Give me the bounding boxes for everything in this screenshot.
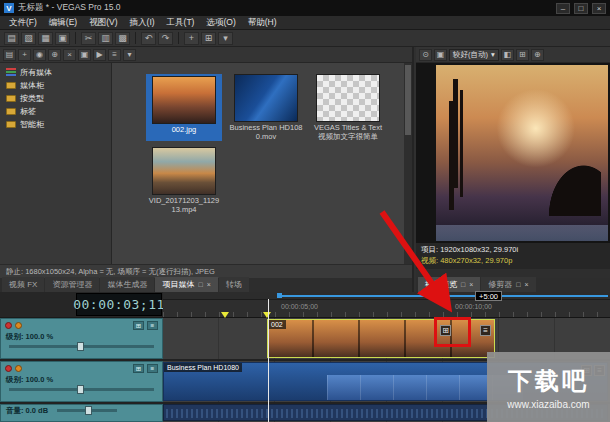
close-window-icon[interactable]: × (525, 281, 529, 288)
maximize-button[interactable]: □ (574, 3, 588, 14)
auto-preview-icon[interactable]: ▶ (93, 49, 106, 61)
loop-region-bar[interactable] (281, 295, 608, 297)
tree-item-all-media[interactable]: 所有媒体 (0, 66, 111, 79)
tree-item-label: 智能柜 (20, 119, 44, 130)
preview-quality-dropdown[interactable]: 较好(自动) ▾ (449, 49, 499, 61)
cut-icon[interactable]: ✂ (81, 32, 96, 45)
save-project-icon[interactable]: ▦ (38, 32, 53, 45)
tab-project-media[interactable]: 项目媒体 □ × (155, 277, 217, 292)
slider-handle[interactable] (77, 342, 84, 351)
snap-icon[interactable]: ⊞ (201, 32, 216, 45)
track-fx-icon[interactable]: ⊞ (133, 364, 144, 373)
media-item-label: 002.jpg (172, 126, 197, 135)
track-header-audio-1[interactable]: 音量: 0.0 dB (0, 404, 163, 422)
split-screen-icon[interactable]: ◧ (501, 49, 514, 61)
tree-item-smart-bins[interactable]: 智能柜 (0, 118, 111, 131)
timecode-display[interactable]: 00:00:03;11 (76, 293, 162, 316)
preview-display (416, 63, 610, 243)
scrollbar-thumb[interactable] (405, 65, 411, 135)
toolbar-separator (135, 32, 136, 44)
watermark-url: www.xiazaiba.com (507, 399, 589, 410)
mute-icon[interactable] (5, 365, 12, 372)
add-bin-icon[interactable]: ▤ (3, 49, 16, 61)
track-menu-icon[interactable]: ≡ (147, 364, 158, 373)
event-menu-icon[interactable]: ≡ (480, 325, 491, 336)
track-volume-label: 音量: 0.0 dB (1, 405, 48, 416)
track-header-video-2[interactable]: ⊞ ≡ 级别: 100.0 % (0, 361, 163, 402)
chevron-down-icon: ▾ (491, 50, 495, 59)
menu-edit[interactable]: 编辑(E) (43, 16, 83, 30)
redo-icon[interactable]: ↷ (158, 32, 173, 45)
import-media-icon[interactable]: + (18, 49, 31, 61)
track-level-slider[interactable] (9, 345, 154, 348)
annotation-highlight-box (434, 317, 471, 347)
folder-icon (6, 95, 16, 102)
project-format-text: 项目: 1920x1080x32, 29.970i (421, 245, 605, 256)
tab-transitions[interactable]: 转场 (219, 277, 249, 292)
tab-trimmer[interactable]: 修剪器 □ × (481, 277, 535, 292)
menu-insert[interactable]: 插入(I) (124, 16, 161, 30)
video-preview-panel: ⊙ ▣ 较好(自动) ▾ ◧ ⊞ ⊕ 项目: 1920x1080x32, 29.… (416, 47, 610, 292)
capture-video-icon[interactable]: ◉ (33, 49, 46, 61)
media-status-text: 静止: 1680x1050x24, Alpha = 无, 场顺序 = 无(逐行扫… (6, 267, 215, 277)
folder-icon (6, 121, 16, 128)
edit-cursor[interactable] (268, 299, 269, 422)
tree-silhouette (453, 79, 458, 188)
new-project-icon[interactable]: ▤ (4, 32, 19, 45)
media-properties-icon[interactable]: ▣ (78, 49, 91, 61)
track-level-slider[interactable] (9, 388, 154, 391)
media-thumbnail (316, 74, 380, 122)
get-media-icon[interactable]: ⊕ (48, 49, 61, 61)
media-scrollbar[interactable] (404, 63, 412, 264)
tab-video-fx[interactable]: 视频 FX (2, 277, 44, 292)
copy-icon[interactable]: ▥ (98, 32, 113, 45)
menu-view[interactable]: 视图(V) (83, 16, 123, 30)
menu-tools[interactable]: 工具(T) (161, 16, 201, 30)
slider-handle[interactable] (77, 385, 84, 394)
tree-item-tags[interactable]: 标签 (0, 105, 111, 118)
solo-icon[interactable] (15, 322, 22, 329)
paste-icon[interactable]: ▩ (115, 32, 130, 45)
sort-icon[interactable]: ▾ (123, 49, 136, 61)
media-item-business-plan[interactable]: Business Plan HD1080.mov (228, 74, 304, 141)
slider-handle[interactable] (85, 406, 92, 415)
open-project-icon[interactable]: ▧ (21, 32, 36, 45)
views-icon[interactable]: ≡ (108, 49, 121, 61)
menu-file[interactable]: 文件(F) (3, 16, 43, 30)
track-level-label: 级别: 100.0 % (1, 373, 162, 385)
solo-icon[interactable] (15, 365, 22, 372)
track-header-video-1[interactable]: ⊞ ≡ 级别: 100.0 % (0, 318, 163, 359)
menu-help[interactable]: 帮助(H) (242, 16, 283, 30)
time-ruler[interactable]: 00:00:05;00 00:00:10;00 (163, 299, 610, 318)
close-window-icon[interactable]: × (207, 281, 211, 288)
tab-media-generators[interactable]: 媒体生成器 (100, 277, 154, 292)
more-tools-icon[interactable]: ▾ (218, 32, 233, 45)
undo-icon[interactable]: ↶ (141, 32, 156, 45)
media-item-vegas-titles[interactable]: VEGAS Titles & Text 视频加文字很简单 (310, 74, 386, 141)
media-item-vid-20171203[interactable]: VID_20171203_1129 13.mp4 (146, 147, 222, 214)
tab-explorer[interactable]: 资源管理器 (45, 277, 99, 292)
tree-item-label: 媒体柜 (20, 80, 44, 91)
close-button[interactable]: × (592, 3, 606, 14)
remove-media-icon[interactable]: × (63, 49, 76, 61)
track-fx-icon[interactable]: ⊞ (133, 321, 144, 330)
zoom-tool-icon[interactable]: ⊕ (531, 49, 544, 61)
tree-item-media-bins[interactable]: 媒体柜 (0, 79, 111, 92)
float-window-icon[interactable]: □ (198, 281, 202, 288)
close-window-icon[interactable]: × (469, 281, 473, 288)
track-volume-slider[interactable] (57, 409, 117, 412)
menu-options[interactable]: 选项(O) (200, 16, 241, 30)
minimize-button[interactable]: – (556, 3, 570, 14)
tree-item-by-type[interactable]: 按类型 (0, 92, 111, 105)
media-item-002[interactable]: 002.jpg (146, 74, 222, 141)
float-window-icon[interactable]: □ (516, 281, 520, 288)
tab-video-preview[interactable]: 视频预览 □ × (418, 277, 480, 292)
grid-overlay-icon[interactable]: ⊞ (516, 49, 529, 61)
float-window-icon[interactable]: □ (461, 281, 465, 288)
mute-icon[interactable] (5, 322, 12, 329)
external-monitor-icon[interactable]: ▣ (434, 49, 447, 61)
project-properties-icon[interactable]: ▣ (55, 32, 70, 45)
event-tool-icon[interactable]: + (184, 32, 199, 45)
preview-settings-icon[interactable]: ⊙ (419, 49, 432, 61)
track-menu-icon[interactable]: ≡ (147, 321, 158, 330)
